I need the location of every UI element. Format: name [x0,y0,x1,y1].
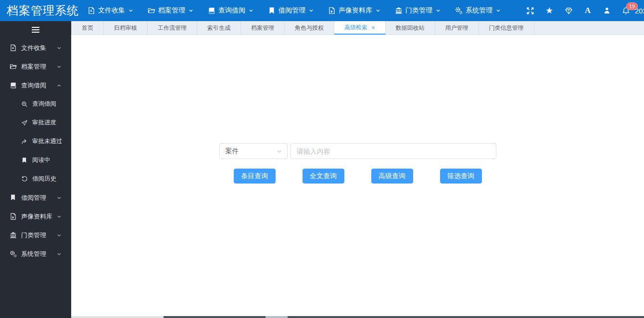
category-select[interactable]: 案件 [219,143,288,159]
chevron-down-icon [57,233,62,238]
top-nav: 文件收集 档案管理 查询借阅 借阅管理 声像资料库 [88,6,515,15]
sidebar-subitem-approval-progress[interactable]: 审批进度 [0,113,71,132]
sidebar: 文件收集 档案管理 查询借阅 查询借阅 审批进度 [0,21,71,318]
sidebar-item-query-borrow[interactable]: 查询借阅 [0,76,71,95]
tab-category-info-management[interactable]: 门类信息管理 [479,21,534,35]
history-icon [21,176,28,183]
app-root: 档案管理系统 文件收集 档案管理 查询借阅 借阅管理 [0,0,644,318]
chevron-down-icon [249,8,253,13]
sidebar-subitem-label: 阅读中 [32,156,51,164]
nav-label: 系统管理 [466,6,492,15]
body-row: 文件收集 档案管理 查询借阅 查询借阅 审批进度 [0,21,644,318]
tab-label: 用户管理 [445,24,468,32]
sidebar-item-label: 借阅管理 [21,194,46,202]
tab-label: 索引生成 [207,24,230,32]
star-icon[interactable]: ★ [545,6,554,15]
nav-av-library[interactable]: 声像资料库 [328,6,380,15]
book-icon [10,82,17,89]
sidebar-item-system-management[interactable]: 系统管理 [0,245,71,263]
advanced-query-button[interactable]: 高级查询 [371,169,413,183]
tab-label: 首页 [82,24,93,32]
nav-archive-management[interactable]: 档案管理 [148,6,193,15]
tab-roles-authorization[interactable]: 角色与授权 [285,21,334,35]
sidebar-item-label: 查询借阅 [21,81,46,90]
sidebar-subitem-approval-rejected[interactable]: 审批未通过 [0,132,71,151]
horizontal-scrollbar-thumb[interactable] [164,316,644,318]
nav-category-management[interactable]: 门类管理 [395,6,441,15]
close-icon[interactable]: × [371,24,375,31]
font-size-icon[interactable]: A [583,6,592,15]
nav-query-borrow[interactable]: 查询借阅 [208,6,253,15]
sidebar-subitem-label: 审批进度 [32,119,56,127]
tab-archive-management[interactable]: 档案管理 [241,21,285,35]
tab-label: 门类信息管理 [489,24,524,32]
search-input[interactable] [290,143,496,159]
tab-user-management[interactable]: 用户管理 [435,21,479,35]
media-file-icon [328,7,336,14]
gem-icon[interactable] [564,6,573,15]
sidebar-item-label: 门类管理 [21,231,46,240]
sidebar-subitem-query-borrow[interactable]: 查询借阅 [0,95,71,113]
tab-bar: 首页 归档审核 工作流管理 索引生成 档案管理 角色与授权 高级检索 × 数据回… [71,21,644,35]
main-area: 首页 归档审核 工作流管理 索引生成 档案管理 角色与授权 高级检索 × 数据回… [71,21,644,318]
sidebar-item-av-library[interactable]: 声像资料库 [0,207,71,226]
chevron-down-icon [436,8,441,13]
zoom-in-icon [21,101,28,108]
entry-query-button[interactable]: 条目查询 [234,169,276,183]
search-zone: 案件 条目查询 全文查询 高级查询 筛选查询 [71,35,644,183]
header-right-tools: ★ A 19 2021-06-18 12:09:38 你好 管理员 [515,6,644,15]
filter-query-button[interactable]: 筛选查询 [440,169,482,183]
chevron-down-icon [309,8,314,13]
sidebar-subitem-label: 借阅历史 [32,175,56,183]
sidebar-item-label: 声像资料库 [21,212,52,221]
book-icon [208,7,215,14]
tab-advanced-search[interactable]: 高级检索 × [334,21,386,35]
fullscreen-icon[interactable] [526,6,534,15]
tab-home[interactable]: 首页 [71,21,104,35]
horizontal-scrollbar-track[interactable] [71,316,644,318]
nav-label: 档案管理 [158,6,185,15]
top-header: 档案管理系统 文件收集 档案管理 查询借阅 借阅管理 [0,0,644,21]
tab-label: 数据回收站 [396,24,425,32]
hamburger-icon [32,25,39,34]
nav-borrow-management[interactable]: 借阅管理 [268,6,314,15]
user-icon[interactable] [603,6,611,15]
tab-workflow-management[interactable]: 工作流管理 [148,21,197,35]
bookmark-icon [21,157,28,164]
chevron-down-icon [277,148,282,154]
app-title: 档案管理系统 [0,3,88,18]
tab-label: 归档审核 [114,24,137,32]
sidebar-item-label: 档案管理 [21,62,46,71]
sidebar-item-archive-management[interactable]: 档案管理 [0,57,71,76]
tab-archive-review[interactable]: 归档审核 [104,21,148,35]
sidebar-item-category-management[interactable]: 门类管理 [0,226,71,245]
document-icon [10,44,17,51]
nav-label: 门类管理 [405,6,432,15]
sidebar-subitem-label: 审批未通过 [32,137,63,146]
tab-label: 角色与授权 [295,24,324,32]
tab-index-generation[interactable]: 索引生成 [197,21,241,35]
bank-icon [10,232,17,239]
sidebar-subitem-borrow-history[interactable]: 借阅历史 [0,170,71,188]
notification-badge: 19 [626,2,638,10]
sidebar-item-borrow-management[interactable]: 借阅管理 [0,188,71,207]
nav-label: 文件收集 [98,6,125,15]
gears-icon [10,250,17,257]
chevron-down-icon [57,196,62,200]
sidebar-collapse-button[interactable] [0,21,71,38]
nav-system-management[interactable]: 系统管理 [455,6,501,15]
bookmark-icon [268,7,276,14]
notifications-bell[interactable]: 19 [622,7,630,15]
chevron-down-icon [57,64,62,69]
chevron-down-icon [189,8,193,13]
media-file-icon [10,213,17,220]
nav-label: 查询借阅 [218,6,245,15]
tab-data-recycle-bin[interactable]: 数据回收站 [386,21,435,35]
chevron-down-icon [57,214,62,219]
scrollbar-light-segment [265,316,288,318]
sidebar-subitem-reading[interactable]: 阅读中 [0,151,71,170]
bank-icon [395,7,403,14]
sidebar-item-file-collection[interactable]: 文件收集 [0,38,71,57]
fulltext-query-button[interactable]: 全文查询 [303,169,344,183]
nav-file-collection[interactable]: 文件收集 [88,6,133,15]
